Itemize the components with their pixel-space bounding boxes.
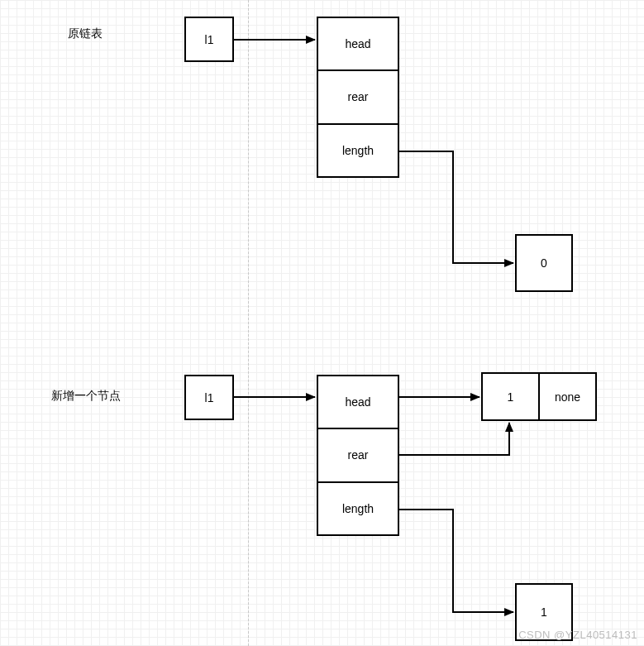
- section1-title: 原链表: [68, 26, 103, 41]
- linkedlist-struct-2: head rear length: [317, 375, 399, 536]
- node-next: none: [538, 374, 595, 419]
- arrow-length-to-zero: [399, 151, 513, 263]
- struct1-head: head: [318, 18, 398, 69]
- length-value-box-1: 0: [515, 234, 573, 292]
- section2-title: 新增一个节点: [51, 389, 121, 404]
- struct2-length: length: [318, 481, 398, 534]
- linkedlist-struct-1: head rear length: [317, 17, 399, 178]
- struct1-length: length: [318, 123, 398, 176]
- grid-major-divider: [248, 0, 249, 646]
- watermark: CSDN @YZL40514131: [518, 629, 637, 641]
- l1-box-1: l1: [184, 17, 234, 62]
- arrow-length-to-one: [399, 510, 513, 612]
- l1-label-2: l1: [205, 391, 214, 404]
- arrow-rear-to-node: [399, 423, 509, 455]
- node-value: 1: [483, 374, 538, 419]
- l1-box-2: l1: [184, 375, 234, 420]
- length-value-1: 0: [541, 256, 547, 270]
- l1-label-1: l1: [205, 33, 214, 46]
- length-value-2: 1: [541, 605, 547, 619]
- struct2-rear: rear: [318, 428, 398, 481]
- struct2-head: head: [318, 376, 398, 428]
- new-node: 1 none: [481, 372, 597, 421]
- diagram-canvas: 原链表 l1 head rear length 0 新增一个节点 l1 head…: [0, 0, 644, 646]
- struct1-rear: rear: [318, 69, 398, 122]
